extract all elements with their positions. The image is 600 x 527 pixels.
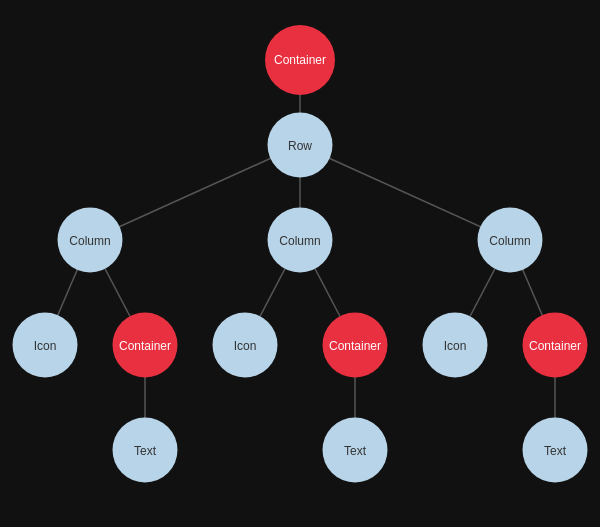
node-cont2: Container	[323, 313, 388, 378]
node-icon3: Icon	[423, 313, 488, 378]
node-text1: Text	[113, 418, 178, 483]
tree-diagram: ContainerRowColumnColumnColumnIconContai…	[0, 0, 600, 527]
node-text2: Text	[323, 418, 388, 483]
node-icon1: Icon	[13, 313, 78, 378]
node-cont1: Container	[113, 313, 178, 378]
node-icon2: Icon	[213, 313, 278, 378]
node-cont3: Container	[523, 313, 588, 378]
node-row: Row	[268, 113, 333, 178]
node-col1: Column	[58, 208, 123, 273]
node-col3: Column	[478, 208, 543, 273]
node-col2: Column	[268, 208, 333, 273]
node-text3: Text	[523, 418, 588, 483]
svg-line-1	[90, 145, 300, 240]
svg-line-3	[300, 145, 510, 240]
node-root: Container	[265, 25, 335, 95]
